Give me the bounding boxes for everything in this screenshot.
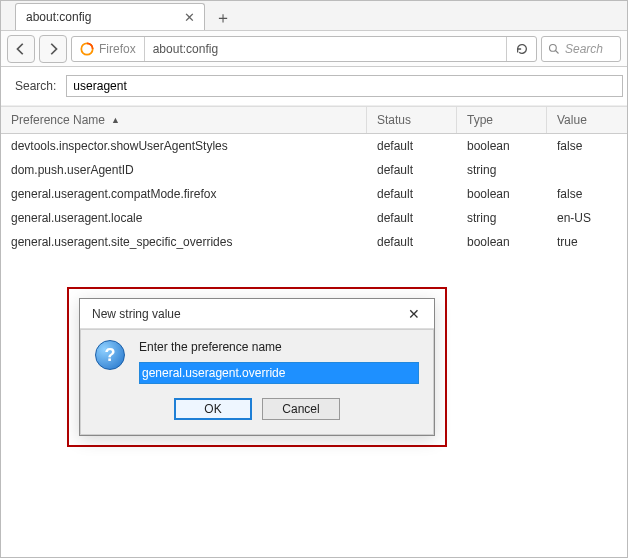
table-row[interactable]: general.useragent.compatMode.firefox def… [1, 182, 627, 206]
dialog-prompt: Enter the preference name [139, 340, 419, 354]
prefs-table: Preference Name ▲ Status Type Value devt… [1, 106, 627, 254]
nav-toolbar: Firefox about:config Search [1, 31, 627, 67]
config-search-input[interactable] [66, 75, 623, 97]
table-body: devtools.inspector.showUserAgentStyles d… [1, 134, 627, 254]
table-header: Preference Name ▲ Status Type Value [1, 106, 627, 134]
sort-asc-icon: ▲ [111, 115, 120, 125]
col-value[interactable]: Value [547, 107, 627, 133]
pref-name-input[interactable] [140, 363, 418, 383]
search-icon [548, 43, 560, 55]
browser-window: about:config ✕ ＋ Firefox about:config Se… [0, 0, 628, 558]
svg-point-1 [550, 44, 557, 51]
tab-aboutconfig[interactable]: about:config ✕ [15, 3, 205, 30]
ok-button[interactable]: OK [174, 398, 252, 420]
back-button[interactable] [7, 35, 35, 63]
close-icon[interactable]: ✕ [182, 10, 196, 24]
tab-strip: about:config ✕ ＋ [1, 1, 627, 31]
search-box[interactable]: Search [541, 36, 621, 62]
identity-label: Firefox [99, 42, 136, 56]
reload-icon [515, 42, 529, 56]
search-placeholder: Search [565, 42, 603, 56]
firefox-icon [80, 42, 94, 56]
url-text: about:config [145, 42, 506, 56]
col-status[interactable]: Status [367, 107, 457, 133]
cancel-button[interactable]: Cancel [262, 398, 340, 420]
dialog-titlebar: New string value ✕ [80, 299, 434, 329]
url-bar[interactable]: Firefox about:config [71, 36, 537, 62]
new-tab-button[interactable]: ＋ [211, 6, 235, 30]
dialog-buttons: OK Cancel [95, 398, 419, 420]
col-type[interactable]: Type [457, 107, 547, 133]
arrow-right-icon [46, 42, 60, 56]
svg-line-2 [556, 50, 559, 53]
table-row[interactable]: general.useragent.site_specific_override… [1, 230, 627, 254]
close-icon: ✕ [408, 306, 420, 322]
reload-button[interactable] [506, 36, 536, 62]
table-row[interactable]: devtools.inspector.showUserAgentStyles d… [1, 134, 627, 158]
dialog-title: New string value [92, 307, 181, 321]
arrow-left-icon [14, 42, 28, 56]
search-label: Search: [15, 79, 56, 93]
question-icon: ? [95, 340, 125, 370]
col-pref-name[interactable]: Preference Name ▲ [1, 107, 367, 133]
table-row[interactable]: dom.push.userAgentID default string [1, 158, 627, 182]
table-row[interactable]: general.useragent.locale default string … [1, 206, 627, 230]
tab-title: about:config [26, 10, 91, 24]
dialog-close-button[interactable]: ✕ [400, 303, 428, 325]
identity-box[interactable]: Firefox [72, 37, 145, 61]
config-search-row: Search: [1, 67, 627, 106]
forward-button[interactable] [39, 35, 67, 63]
dialog-body: ? Enter the preference name OK Cancel [80, 329, 434, 435]
new-string-dialog: New string value ✕ ? Enter the preferenc… [79, 298, 435, 436]
dialog-input-wrap [139, 362, 419, 384]
